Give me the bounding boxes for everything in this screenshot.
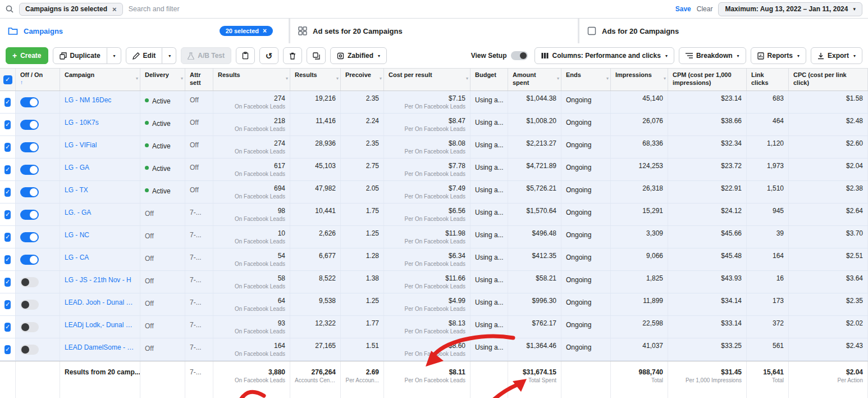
campaign-name-link[interactable]: LEADj Lodk,- Dunal Ca...: [65, 321, 135, 329]
save-filter-link[interactable]: Save: [675, 5, 691, 13]
selected-count-label: 20 selected: [226, 28, 259, 34]
amount-spent-cell: $2,213.27: [508, 136, 561, 158]
create-button-label: Create: [20, 52, 41, 60]
campaign-toggle[interactable]: [20, 187, 39, 197]
clipboard-button[interactable]: [236, 47, 255, 64]
edit-dropdown-button[interactable]: ▾: [162, 47, 176, 64]
row-checkbox[interactable]: ✓: [4, 120, 11, 129]
duplicate-button[interactable]: Duplicate: [53, 47, 107, 64]
clear-filter-link[interactable]: Clear: [697, 5, 713, 13]
column-header-results2[interactable]: Results▾: [290, 69, 341, 91]
campaign-toggle[interactable]: [20, 232, 39, 242]
footer-attr: 7-...: [190, 368, 202, 376]
precoive-cell: 2.05: [341, 181, 384, 203]
select-all-checkbox[interactable]: ✓: [3, 75, 12, 84]
tab-adsets[interactable]: Ad sets for 20 Campaigns: [290, 19, 578, 43]
campaign-name-link[interactable]: LG - GA: [65, 164, 135, 171]
campaign-toggle[interactable]: [20, 345, 39, 355]
campaign-toggle[interactable]: [20, 300, 39, 310]
column-header-cpm[interactable]: CPM (cost per 1,000 impressions): [668, 69, 747, 91]
column-label: Link clicks: [751, 71, 784, 87]
column-header-budget[interactable]: Budget: [470, 69, 508, 91]
column-header-cost[interactable]: Cost per result▾: [384, 69, 470, 91]
campaign-toggle[interactable]: [20, 120, 39, 130]
row-checkbox[interactable]: ✓: [4, 278, 11, 287]
breakdown-dropdown-button[interactable]: Breakdown ▾: [679, 47, 746, 64]
row-checkbox[interactable]: ✓: [4, 300, 11, 309]
duplicate-dropdown-button[interactable]: ▾: [107, 47, 121, 64]
row-checkbox[interactable]: ✓: [4, 210, 11, 219]
selected-count-badge[interactable]: 20 selected ×: [220, 26, 273, 36]
campaign-name-link[interactable]: LG - NC: [65, 231, 135, 239]
column-header-campaign[interactable]: Campaign▾: [60, 69, 140, 91]
tab-ads[interactable]: Ads for 20 Campaigns: [579, 19, 868, 43]
column-header-precoive[interactable]: Precoive▾: [341, 69, 384, 91]
remove-filter-icon[interactable]: ×: [112, 6, 117, 13]
create-button[interactable]: + Create: [6, 47, 48, 64]
attr-setting: Off: [190, 96, 199, 104]
cell-value: $2.60: [793, 139, 863, 147]
undo-button[interactable]: ↺: [259, 47, 278, 64]
campaign-name-link[interactable]: LG - VIFial: [65, 141, 135, 149]
campaign-name-link[interactable]: LEAD DamelSome - Tlh...: [65, 343, 135, 351]
edit-button[interactable]: Edit: [126, 47, 163, 64]
campaign-name-link[interactable]: LG - CA: [65, 254, 135, 261]
table-footer-row: Results from 20 camp...7-...3,880On Face…: [0, 361, 868, 398]
campaign-toggle[interactable]: [20, 210, 39, 220]
column-header-results[interactable]: Results▾: [213, 69, 290, 91]
row-checkbox[interactable]: ✓: [4, 98, 11, 107]
attr-setting: 7-...: [190, 254, 202, 261]
filter-chip[interactable]: Campaigns is 20 selected ×: [19, 3, 123, 16]
deselect-all-icon[interactable]: ×: [263, 28, 267, 34]
campaign-toggle[interactable]: [20, 255, 39, 265]
campaign-name-link[interactable]: LG - TX: [65, 186, 135, 194]
ab-test-button[interactable]: A/B Test: [181, 47, 231, 64]
campaign-toggle[interactable]: [20, 277, 39, 287]
column-header-spent[interactable]: Amount spent▾: [508, 69, 561, 91]
column-label: Budget: [475, 71, 503, 79]
row-checkbox[interactable]: ✓: [4, 323, 11, 332]
date-range-picker[interactable]: Maximum: Aug 13, 2022 – Jan 11, 2024 ▾: [718, 2, 862, 16]
row-checkbox[interactable]: ✓: [4, 143, 11, 152]
campaign-name-link[interactable]: LG - NM 16Dec: [65, 96, 135, 104]
tag-dropdown-button[interactable]: Zabified ▾: [330, 47, 387, 64]
row-checkbox[interactable]: ✓: [4, 345, 11, 354]
campaign-name-link[interactable]: LG - 10K7s: [65, 119, 135, 126]
column-header-delivery[interactable]: Delivery▾: [140, 69, 185, 91]
column-header-cpc[interactable]: CPC (cost per link click): [789, 69, 868, 91]
budget-value: Using a...: [475, 254, 504, 261]
impressions-cell: 1,825: [611, 271, 668, 293]
export-button-label: Export: [828, 52, 849, 60]
footer-cost-cell: $8.11Per On Facebook Leads: [384, 361, 470, 398]
tab-campaigns[interactable]: Campaigns 20 selected ×: [0, 19, 289, 43]
campaign-toggle[interactable]: [20, 165, 39, 175]
ends-cell: Ongoing: [561, 136, 611, 158]
delete-button[interactable]: [283, 47, 302, 64]
reports-dropdown-button[interactable]: Reports ▾: [751, 47, 806, 64]
columns-dropdown-button[interactable]: Columns: Performance and clicks ▾: [534, 47, 674, 64]
reports-icon: [757, 52, 764, 60]
campaign-name-link[interactable]: LEAD. Jooh - Dunal Co...: [65, 298, 135, 306]
campaign-name-link[interactable]: LG. - GA: [65, 209, 135, 216]
row-checkbox[interactable]: ✓: [4, 255, 11, 264]
column-header-clicks[interactable]: Link clicks: [747, 69, 789, 91]
column-header-impressions[interactable]: Impressions▾: [611, 69, 668, 91]
column-header-attr[interactable]: Attr sett: [185, 69, 213, 91]
column-header-toggle[interactable]: Off / On↑: [16, 69, 60, 91]
cell-value: 28,936: [295, 139, 336, 147]
amount-spent-cell: $4,721.89: [508, 159, 561, 180]
campaign-toggle[interactable]: [20, 142, 39, 152]
row-checkbox[interactable]: ✓: [4, 233, 11, 242]
search-input[interactable]: Search and filter: [129, 5, 180, 13]
row-checkbox[interactable]: ✓: [4, 165, 11, 174]
export-dropdown-button[interactable]: Export ▾: [811, 47, 862, 64]
campaign-name-link[interactable]: LG - JS - 21th Nov - H: [65, 276, 135, 284]
view-setup-toggle[interactable]: [511, 51, 528, 60]
compare-charts-button[interactable]: [307, 47, 326, 64]
attribution-cell: 7-...: [185, 316, 213, 338]
view-setup-control: View Setup: [471, 51, 528, 60]
campaign-toggle[interactable]: [20, 97, 39, 107]
row-checkbox[interactable]: ✓: [4, 188, 11, 197]
campaign-toggle[interactable]: [20, 322, 39, 332]
column-header-ends[interactable]: Ends▾: [561, 69, 611, 91]
